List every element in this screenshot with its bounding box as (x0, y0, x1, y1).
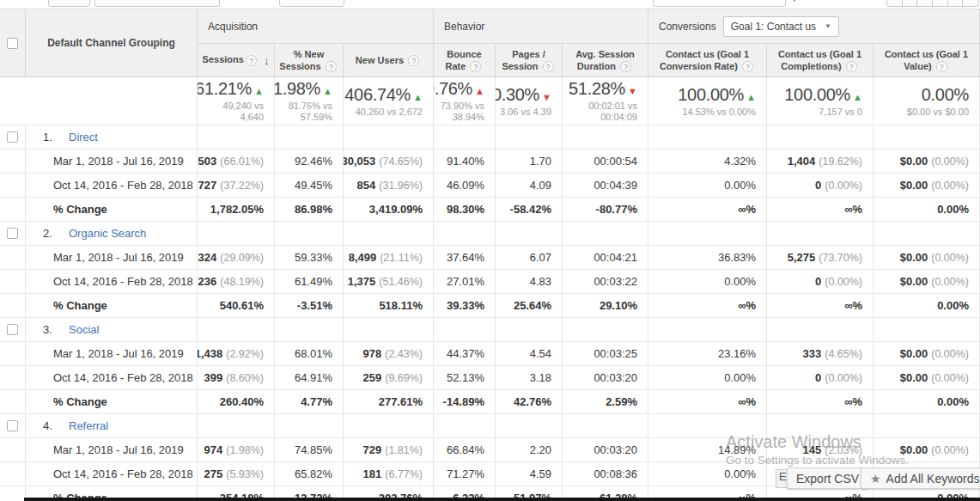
change-row-direct: % Change1,782.05%86.98%3,419.09%98.30%-5… (0, 198, 980, 222)
metric-value: 0.00% (724, 275, 756, 288)
add-all-keywords-button[interactable]: ★ Add All Keywords (861, 467, 980, 489)
channel-link-direct[interactable]: Direct (69, 131, 98, 144)
metric-cell: 61.49% (275, 270, 344, 293)
metric-share: (0.00%) (931, 276, 969, 288)
help-icon[interactable]: ? (470, 61, 481, 72)
metric-cell: 145(2.03%) (767, 438, 873, 461)
metric-cell: 4.59 (496, 462, 563, 486)
column-header-new-users[interactable]: New Users ? (344, 44, 434, 76)
row-checkbox-cell (0, 222, 26, 245)
metric-value: 0 (815, 179, 821, 192)
toolbar-partial-dropdown[interactable] (94, 0, 220, 7)
empty-cell (275, 125, 344, 149)
column-header-goal1-value[interactable]: Contact us (Goal 1 Value) ? (873, 44, 980, 76)
column-header-avg-session-duration[interactable]: Avg. Session Duration ? (563, 44, 648, 76)
metric-value: 52.13% (447, 371, 484, 384)
channel-link-social[interactable]: Social (69, 323, 99, 336)
export-csv-button[interactable]: Export CSV (787, 467, 868, 489)
metric-share: (19.62%) (819, 156, 862, 168)
metric-value: 0.00% (937, 299, 969, 312)
table-search-input[interactable] (653, 0, 786, 7)
row-checkbox[interactable] (7, 131, 18, 143)
channel-link-referral[interactable]: Referral (69, 419, 108, 432)
metric-cell: 4.09 (496, 174, 563, 197)
row-checkbox[interactable] (7, 420, 18, 431)
summary-comparison: 3.06 vs 4.39 (500, 107, 551, 118)
taskbar-edge (24, 498, 980, 501)
date-range-label: Oct 14, 2016 - Feb 28, 2018 (26, 366, 198, 389)
comparison-view-icon[interactable] (933, 0, 948, 6)
metric-cell: 00:00:54 (563, 150, 648, 173)
empty-cell (496, 222, 563, 245)
metric-cell: 729(1.81%) (344, 438, 434, 461)
help-icon[interactable]: ? (846, 61, 857, 72)
help-icon[interactable]: ? (246, 55, 257, 66)
column-header-default-channel-grouping[interactable]: Default Channel Grouping (26, 9, 198, 76)
metric-value: 71.27% (447, 467, 484, 480)
sort-descending-icon[interactable]: ↓ (264, 54, 270, 67)
summary-percentage: 100.00% (784, 85, 850, 104)
metric-value: 44.37% (447, 347, 484, 360)
date-range-label: Mar 1, 2018 - Jul 16, 2019 (26, 150, 198, 173)
metric-cell: 518.11% (344, 294, 434, 317)
metric-cell: 92.46% (275, 150, 344, 173)
column-header-new-sessions-pct[interactable]: % New Sessions ? (275, 44, 344, 76)
table-view-icon[interactable] (887, 0, 903, 6)
term-cloud-view-icon[interactable] (948, 0, 964, 6)
channel-cell: 3.Social (26, 318, 198, 341)
metric-cell: 00:03:20 (563, 438, 648, 461)
help-icon[interactable]: ? (326, 61, 337, 72)
channel-link-organic-search[interactable]: Organic Search (69, 227, 146, 240)
group-header-conversions: Conversions Goal 1: Contact us ▼ (648, 9, 980, 44)
row-checkbox[interactable] (7, 228, 18, 239)
column-header-sessions[interactable]: Sessions?↓ (198, 44, 275, 76)
metric-value: 42.76% (514, 395, 551, 408)
toolbar-partial-button-1[interactable] (48, 0, 90, 7)
metric-share: (4.65%) (825, 348, 862, 360)
metric-value: 0 (815, 371, 821, 384)
metric-value: 0.00% (724, 467, 756, 480)
metric-share: (2.03%) (825, 444, 862, 456)
empty-cell (275, 318, 344, 341)
summary-comparison: 14.53% vs 0.00% (682, 107, 756, 118)
pivot-view-icon[interactable] (963, 0, 978, 6)
metric-value: 2.59% (606, 395, 637, 408)
metric-share: (37.22%) (220, 180, 264, 192)
chevron-down-icon[interactable]: ▼ (783, 0, 806, 9)
metric-value: 181 (363, 467, 382, 480)
channel-cell: 2.Organic Search (26, 222, 198, 245)
row-spacer-cell (0, 462, 26, 486)
metric-value: -3.51% (297, 299, 332, 312)
performance-view-icon[interactable] (917, 0, 933, 6)
goal-selector-dropdown[interactable]: Goal 1: Contact us ▼ (723, 16, 839, 37)
metric-value: 0.00% (937, 395, 969, 408)
metric-value: 1.70 (530, 155, 551, 168)
partial-hidden-button[interactable]: E (776, 469, 788, 488)
metric-value: 64.91% (295, 371, 332, 384)
metric-cell: 25.64% (496, 294, 563, 317)
help-icon[interactable]: ? (936, 61, 947, 72)
metric-cell: 0(0.00%) (767, 174, 873, 197)
select-all-checkbox[interactable] (7, 38, 18, 49)
toolbar-partial-button-2[interactable] (279, 0, 344, 7)
column-header-goal1-completions[interactable]: Contact us (Goal 1 Completions) ? (767, 44, 873, 76)
row-checkbox[interactable] (7, 324, 18, 335)
column-header-bounce-rate[interactable]: Bounce Rate ? (434, 44, 496, 76)
metric-value: 00:00:54 (593, 155, 637, 168)
help-icon[interactable]: ? (543, 61, 554, 72)
column-header-goal1-conversion-rate[interactable]: Contact us (Goal 1 Conversion Rate) ? (648, 44, 767, 76)
metric-cell: ∞% (767, 390, 873, 413)
percentage-view-icon[interactable] (903, 0, 918, 6)
metric-share: (1.81%) (385, 444, 423, 456)
help-icon[interactable]: ? (742, 61, 753, 72)
metric-cell: 0.00% (648, 270, 767, 293)
row-spacer-cell (0, 342, 26, 365)
metric-value: 0 (815, 275, 821, 288)
summary-metric-5: 30.30%▼3.06 vs 4.39 (496, 77, 563, 125)
down-arrow-icon: ▼ (628, 86, 637, 96)
column-header-pages-per-session[interactable]: Pages / Session ? (496, 44, 563, 76)
metric-cell: 36.83% (648, 246, 767, 269)
metric-value: 65.82% (295, 467, 332, 480)
help-icon[interactable]: ? (620, 61, 631, 72)
help-icon[interactable]: ? (408, 55, 419, 66)
